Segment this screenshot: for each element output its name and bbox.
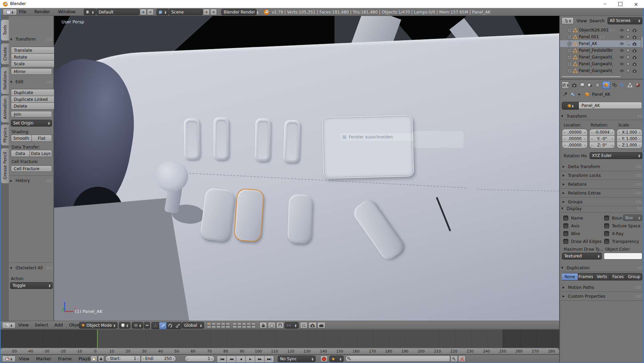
checkbox-row[interactable]: Axis xyxy=(563,222,603,230)
visibility-eye-icon[interactable] xyxy=(619,69,624,72)
delete-keyframe-button[interactable] xyxy=(458,356,466,362)
decrement-arrow-icon[interactable]: ◂ xyxy=(143,357,144,360)
current-frame-field[interactable]: ◂ 1 ▸ xyxy=(185,356,215,362)
delete-layout-button[interactable]: × xyxy=(147,9,154,15)
editor-type-button[interactable] xyxy=(562,17,574,24)
panel-grip-icon[interactable] xyxy=(636,191,641,195)
panel-grip-icon[interactable] xyxy=(637,207,643,210)
modifiers-tab-icon[interactable] xyxy=(619,82,626,88)
expand-icon[interactable]: + xyxy=(567,62,572,66)
timeline-ruler[interactable]: -50-40-30-20-100102030405060708090100110… xyxy=(0,348,559,355)
data-tab-icon[interactable] xyxy=(627,82,634,88)
frame-end-field[interactable]: ◂ End: 250 ▸ xyxy=(141,356,176,362)
expand-icon[interactable]: + xyxy=(567,42,572,46)
checkbox[interactable] xyxy=(563,231,568,236)
collapsed-panel-header[interactable]: ▶ Custom Properties xyxy=(560,292,644,301)
viewport-menu-add[interactable]: Add xyxy=(54,322,63,327)
panel-grip-icon[interactable] xyxy=(46,179,52,182)
play-reverse-button[interactable]: ◀ xyxy=(236,356,246,363)
checkbox[interactable] xyxy=(604,239,609,244)
keying-set-select[interactable]: ◆ xyxy=(329,356,344,362)
translate-manipulator-button[interactable] xyxy=(159,322,167,329)
panel-grip-icon[interactable] xyxy=(46,267,52,270)
renderability-camera-icon[interactable] xyxy=(632,55,637,59)
max-draw-type-select[interactable]: Textured xyxy=(562,253,602,259)
timeline-track-area[interactable] xyxy=(0,330,559,348)
opengl-render-button[interactable] xyxy=(308,322,317,328)
manipulator-toggle-button[interactable] xyxy=(151,322,159,329)
scale-x-field[interactable]: ◂X:1.000▸ xyxy=(617,129,642,136)
rotate-button[interactable]: Rotate xyxy=(11,54,58,61)
cell-fracture-button[interactable]: Cell Fracture xyxy=(11,165,52,172)
render-engine-select[interactable]: Blender Render xyxy=(221,9,256,15)
time-indicator-button[interactable] xyxy=(91,356,97,362)
decrement-arrow-icon[interactable]: ◂ xyxy=(107,357,108,360)
object-color-swatch[interactable] xyxy=(604,253,642,259)
close-button[interactable]: × xyxy=(628,0,644,8)
outliner-menu-view[interactable]: View xyxy=(576,18,587,23)
tool-shelf-tab[interactable]: Physics xyxy=(1,124,9,146)
scale-y-field[interactable]: ◂Y: 1.000▸ xyxy=(617,136,642,142)
add-scene-button[interactable]: + xyxy=(203,9,210,15)
visibility-eye-icon[interactable] xyxy=(619,42,624,45)
data-layout-button[interactable]: Data Layo xyxy=(29,150,52,157)
screen-layout-field[interactable]: Default xyxy=(96,9,140,15)
render-tab-icon[interactable] xyxy=(571,82,578,88)
mirror-button[interactable]: Mirror xyxy=(11,68,52,75)
outliner-row[interactable]: + Panel.001 | ▽ xyxy=(560,33,641,40)
pivot-select[interactable] xyxy=(132,322,143,328)
outliner-row[interactable]: + Panel_AK | ▽ xyxy=(560,40,641,47)
expand-icon[interactable]: + xyxy=(567,28,572,32)
visibility-eye-icon[interactable] xyxy=(619,36,624,39)
collapsed-panel-header[interactable]: ▶ Relations xyxy=(560,180,644,189)
next-keyframe-button[interactable]: ▶▶ xyxy=(255,356,265,363)
viewport-3d[interactable]: Fenster ausschneiden User Persp z x (1) … xyxy=(54,16,559,321)
selectability-cursor-icon[interactable] xyxy=(627,55,630,60)
duplication-option-button[interactable]: Frames xyxy=(578,273,594,280)
selectability-cursor-icon[interactable] xyxy=(627,69,630,73)
translate-button[interactable]: Translate xyxy=(11,47,58,54)
orientation-select[interactable]: Global xyxy=(182,322,204,328)
delete-button[interactable]: Delete xyxy=(11,103,58,110)
checkbox-row[interactable]: Draw All Edges xyxy=(563,237,603,245)
outliner-row[interactable]: + Panel_Gangwahl_N.00 | ▽ xyxy=(560,61,641,67)
rotation-y-field[interactable]: ◂Y: -0°▸ xyxy=(589,136,615,142)
proportional-edit-button[interactable]: ◯ xyxy=(268,322,275,328)
snap-toggle-button[interactable] xyxy=(276,322,284,328)
increment-arrow-icon[interactable]: ▸ xyxy=(138,357,139,360)
pin-icon[interactable] xyxy=(563,92,568,97)
duplicate-button[interactable]: Duplicate xyxy=(11,89,58,96)
checkbox[interactable] xyxy=(604,231,609,236)
duplication-option-button[interactable]: Verts xyxy=(594,273,610,280)
duplicate-linked-button[interactable]: Duplicate Linked xyxy=(11,96,58,103)
collapsed-panel-header[interactable]: ▶ Relations Extras xyxy=(560,189,644,198)
action-select[interactable]: Toggle xyxy=(10,282,53,289)
snap-element-select[interactable]: ⊦⊣ xyxy=(284,322,299,328)
maximize-button[interactable] xyxy=(613,0,628,8)
prev-keyframe-button[interactable]: ◀◀ xyxy=(227,356,236,363)
panel-grip-icon[interactable] xyxy=(46,81,52,84)
selectability-cursor-icon[interactable] xyxy=(627,28,630,32)
tool-shelf-tab[interactable]: Grease Pencil xyxy=(1,148,9,184)
outliner-vscrollbar[interactable] xyxy=(641,36,643,48)
screen-layout-icon-button[interactable] xyxy=(84,9,96,15)
outliner-row[interactable]: + Object626.001 | ▽ xyxy=(560,27,641,33)
play-button[interactable]: ▶ xyxy=(246,356,255,363)
panel-grip-icon[interactable] xyxy=(637,115,643,118)
record-button[interactable] xyxy=(320,356,328,362)
object-id-icon-button[interactable] xyxy=(562,102,579,110)
location-z-field[interactable]: ◂.00000▸ xyxy=(562,142,588,149)
viewport-menu-select[interactable]: Select xyxy=(35,322,48,327)
sync-select[interactable]: No Sync xyxy=(278,356,316,362)
object-name-field[interactable]: Panel_AK xyxy=(579,102,642,109)
jump-start-button[interactable]: |◀◀ xyxy=(217,356,227,363)
checkbox-row[interactable]: Texture Space xyxy=(604,222,643,230)
editor-type-button[interactable] xyxy=(2,322,16,328)
checkbox-row[interactable]: Transparency xyxy=(604,237,643,245)
scale-manipulator-button[interactable] xyxy=(174,322,181,329)
location-y-field[interactable]: ◂.00000▸ xyxy=(562,136,588,142)
opengl-animation-button[interactable] xyxy=(317,322,325,328)
deselect-all-panel-header[interactable]: ▼ (De)select All xyxy=(10,266,52,270)
scene-tab-icon[interactable] xyxy=(587,82,593,88)
panel-grip-icon[interactable] xyxy=(636,174,641,177)
